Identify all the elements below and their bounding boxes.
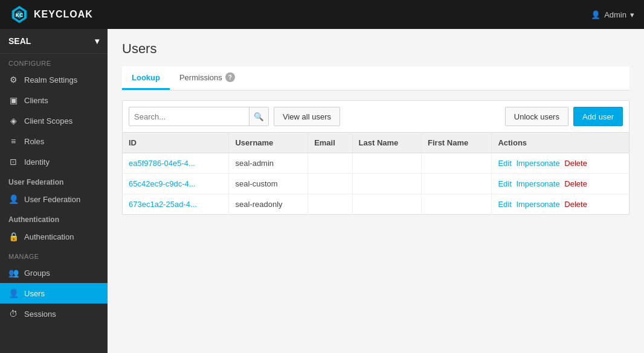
- impersonate-button[interactable]: Impersonate: [516, 200, 559, 209]
- unlock-users-button[interactable]: Unlock users: [505, 107, 568, 126]
- content-area: Users Lookup Permissions ? 🔍 View all us…: [108, 29, 644, 353]
- cell-firstname: [422, 194, 492, 215]
- sidebar-item-label: Groups: [24, 269, 50, 278]
- sidebar-item-realm-settings[interactable]: ⚙ Realm Settings: [0, 69, 108, 90]
- groups-icon: 👥: [8, 268, 18, 278]
- sidebar-item-clients[interactable]: ▣ Clients: [0, 90, 108, 110]
- manage-section-label: Manage: [0, 247, 108, 262]
- cell-email: [308, 194, 352, 215]
- col-id: ID: [123, 133, 229, 153]
- edit-button[interactable]: Edit: [498, 200, 511, 209]
- realm-dropdown-icon: ▾: [95, 36, 99, 46]
- add-user-button[interactable]: Add user: [573, 107, 623, 126]
- identity-icon: ⊡: [8, 157, 18, 167]
- delete-button[interactable]: Delete: [564, 159, 587, 168]
- sidebar-item-label: Sessions: [24, 310, 56, 319]
- cell-lastname: [352, 153, 421, 174]
- logo-text: KEYCLOAK: [34, 9, 93, 20]
- table-row: 673ec1a2-25ad-4... seal-readonly Edit Im…: [123, 194, 630, 215]
- sidebar-item-label: Roles: [24, 137, 44, 146]
- settings-icon: ⚙: [8, 75, 18, 84]
- user-menu[interactable]: 👤 Admin ▾: [591, 10, 634, 19]
- users-icon: 👤: [8, 288, 18, 298]
- tab-permissions[interactable]: Permissions ?: [170, 66, 245, 90]
- search-input[interactable]: [129, 107, 250, 126]
- sidebar-item-groups[interactable]: 👥 Groups: [0, 262, 108, 283]
- user-id-link[interactable]: 673ec1a2-25ad-4...: [129, 200, 197, 209]
- cell-id: 673ec1a2-25ad-4...: [123, 194, 229, 215]
- col-firstname: First Name: [422, 133, 492, 153]
- sidebar-item-authentication[interactable]: 🔒 Authentication: [0, 226, 108, 247]
- realm-selector[interactable]: SEAL ▾: [0, 29, 108, 54]
- cell-actions: Edit Impersonate Delete: [492, 153, 630, 174]
- edit-button[interactable]: Edit: [498, 159, 511, 168]
- search-icon: 🔍: [254, 112, 264, 121]
- delete-button[interactable]: Delete: [564, 200, 587, 209]
- sidebar-item-label: Authentication: [24, 232, 74, 241]
- sidebar-item-sessions[interactable]: ⏱ Sessions: [0, 304, 108, 324]
- cell-username: seal-admin: [229, 153, 308, 174]
- user-label: Admin: [604, 10, 626, 19]
- realm-name: SEAL: [8, 36, 31, 46]
- sidebar-item-label: Identity: [24, 157, 50, 167]
- user-dropdown-icon: ▾: [630, 10, 634, 19]
- cell-email: [308, 174, 352, 194]
- topbar: KC KEYCLOAK 👤 Admin ▾: [0, 0, 644, 29]
- main-layout: SEAL ▾ Configure ⚙ Realm Settings ▣ Clie…: [0, 29, 644, 353]
- table-row: 65c42ec9-c9dc-4... seal-custom Edit Impe…: [123, 174, 630, 194]
- sidebar-item-client-scopes[interactable]: ◈ Client Scopes: [0, 110, 108, 131]
- configure-section-label: Configure: [0, 54, 108, 69]
- sidebar-item-label: Realm Settings: [24, 75, 77, 84]
- page-title: Users: [122, 41, 630, 57]
- cell-firstname: [422, 153, 492, 174]
- sidebar-item-identity[interactable]: ⊡ Identity: [0, 151, 108, 172]
- cell-id: 65c42ec9-c9dc-4...: [123, 174, 229, 194]
- delete-button[interactable]: Delete: [564, 179, 587, 188]
- sidebar-item-label: Clients: [24, 96, 48, 105]
- table-body: ea5f9786-04e5-4... seal-admin Edit Imper…: [123, 153, 630, 215]
- sidebar-item-label: Client Scopes: [24, 116, 72, 126]
- tab-lookup[interactable]: Lookup: [122, 66, 170, 90]
- view-all-users-button[interactable]: View all users: [274, 107, 340, 126]
- sidebar-item-users[interactable]: 👤 Users: [0, 283, 108, 304]
- cell-lastname: [352, 194, 421, 215]
- col-username: Username: [229, 133, 308, 153]
- permissions-help-icon[interactable]: ?: [225, 72, 235, 82]
- cell-actions: Edit Impersonate Delete: [492, 194, 630, 215]
- sessions-icon: ⏱: [8, 309, 18, 319]
- lock-icon: 🔒: [8, 232, 18, 241]
- cell-lastname: [352, 174, 421, 194]
- table-row: ea5f9786-04e5-4... seal-admin Edit Imper…: [123, 153, 630, 174]
- tab-lookup-label: Lookup: [132, 73, 160, 82]
- cell-id: ea5f9786-04e5-4...: [123, 153, 229, 174]
- user-id-link[interactable]: 65c42ec9-c9dc-4...: [129, 179, 196, 188]
- col-email: Email: [308, 133, 352, 153]
- col-lastname: Last Name: [352, 133, 421, 153]
- impersonate-button[interactable]: Impersonate: [516, 179, 559, 188]
- sidebar-item-user-federation[interactable]: 👤 User Federation: [0, 189, 108, 209]
- impersonate-button[interactable]: Impersonate: [516, 159, 559, 168]
- roles-icon: ≡: [8, 136, 18, 146]
- clients-icon: ▣: [8, 95, 18, 105]
- cell-username: seal-custom: [229, 174, 308, 194]
- col-actions: Actions: [492, 133, 630, 153]
- edit-button[interactable]: Edit: [498, 179, 511, 188]
- users-table: ID Username Email Last Name First Name A…: [122, 132, 630, 215]
- search-button[interactable]: 🔍: [250, 107, 269, 126]
- cell-firstname: [422, 174, 492, 194]
- table-toolbar: 🔍 View all users Unlock users Add user: [122, 100, 630, 132]
- cell-email: [308, 153, 352, 174]
- client-scopes-icon: ◈: [8, 116, 18, 126]
- authentication-label: Authentication: [0, 209, 108, 226]
- tab-permissions-label: Permissions: [179, 73, 222, 82]
- sidebar-item-label: Users: [24, 289, 45, 298]
- cell-actions: Edit Impersonate Delete: [492, 174, 630, 194]
- sidebar: SEAL ▾ Configure ⚙ Realm Settings ▣ Clie…: [0, 29, 108, 353]
- logo: KC KEYCLOAK: [10, 5, 93, 24]
- search-wrapper: 🔍: [129, 107, 269, 126]
- keycloak-logo-icon: KC: [10, 5, 29, 24]
- user-federation-label: User Federation: [0, 172, 108, 189]
- cell-username: seal-readonly: [229, 194, 308, 215]
- sidebar-item-roles[interactable]: ≡ Roles: [0, 131, 108, 151]
- user-id-link[interactable]: ea5f9786-04e5-4...: [129, 159, 195, 168]
